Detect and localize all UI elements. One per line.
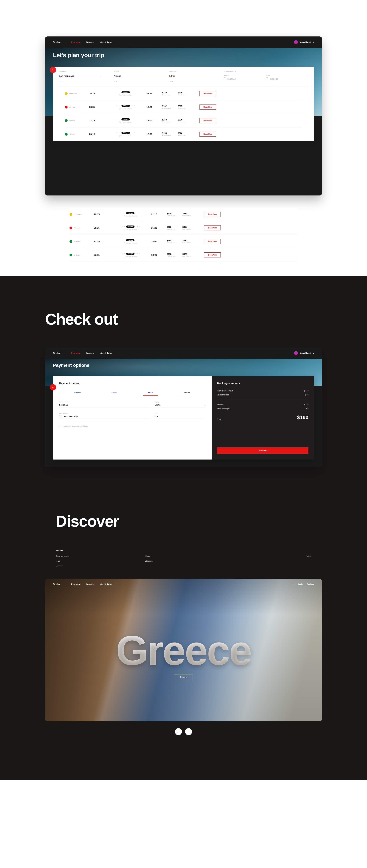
topbar: Stellar Plan a trip Discover Check fligh… — [45, 347, 322, 359]
summary-ticket-value: $ 140 — [304, 390, 308, 392]
summary-service-value: $ 0 — [306, 408, 308, 409]
chevron-down-icon: ⌄ — [312, 352, 314, 354]
card-number-field[interactable]: Card Number • • • • • • • • 6732 — [59, 413, 150, 419]
route: • • •0 Stops• • •2 hours · 48 mins — [105, 132, 146, 136]
flight-row: Vietnam23:15• • •0 Stops• • •2 hours · 4… — [65, 127, 302, 141]
arrow-left-icon: ← — [177, 730, 180, 734]
book-now-button[interactable]: Book Now — [199, 91, 216, 96]
checkout-window: Stellar Plan a trip Discover Check fligh… — [45, 347, 322, 467]
checkbox-icon[interactable] — [59, 425, 61, 427]
route: • • •0 Stops• • •2 hours · 48 mins — [110, 212, 151, 217]
tab-gpay[interactable]: G Pay — [169, 390, 205, 396]
label-departs: Departs at — [169, 70, 224, 72]
feature-item: Maps — [145, 555, 222, 557]
book-now-button[interactable]: Book Now — [204, 225, 221, 230]
departure-field[interactable]: San Francisco SFO • • •✈• • • — [59, 75, 114, 82]
label-departure: Departure — [59, 70, 114, 72]
tab-paypal[interactable]: PayPal — [74, 391, 81, 393]
flight-row: Air Asia08:35• • •0 Stops• • •2 hours · … — [69, 221, 298, 235]
user-menu[interactable]: Alony Haust ⌄ — [294, 40, 314, 44]
book-now-button[interactable]: Book Now — [204, 239, 221, 244]
airline-logo-icon — [65, 119, 67, 122]
airline-name: Lufthansa — [69, 93, 77, 94]
total-value: $180 — [297, 414, 308, 420]
register-link[interactable]: Register — [307, 583, 314, 585]
duration: 2 hours · 48 mins — [126, 215, 137, 217]
tab-stripe[interactable]: stripe — [96, 390, 132, 396]
nav-plan[interactable]: Plan a trip — [71, 41, 81, 43]
brand: Stellar — [53, 352, 61, 354]
airline: Vietnam — [65, 133, 89, 135]
nav-flights[interactable]: Check flights — [101, 583, 112, 585]
book-now-button[interactable]: Book Now — [199, 118, 216, 123]
airline-logo-icon — [69, 226, 72, 229]
airline: Lufthansa — [69, 213, 94, 216]
depart-datetime-field[interactable]: Depart 02.02.0.19 — [224, 75, 266, 80]
back-button[interactable]: ← — [50, 67, 56, 73]
depart-time: 08:35 — [89, 106, 105, 108]
login-link[interactable]: Login — [298, 583, 303, 585]
economy-price: $129Economy from — [162, 92, 178, 95]
tab-visa[interactable]: VISA — [132, 390, 169, 396]
nav-flights[interactable]: Check flights — [101, 41, 112, 43]
nav-discover[interactable]: Discover — [86, 352, 94, 354]
arrive-time: 16:22 — [146, 106, 162, 108]
clock-icon — [119, 108, 121, 110]
route: • • •0 Stops• • •2 hours · 48 mins — [105, 118, 146, 123]
flight-results-extended: Lufthansa16:15• • •0 Stops• • •2 hours ·… — [69, 208, 298, 262]
destination-headline: Greece — [45, 627, 322, 675]
airline-logo-icon — [65, 106, 67, 108]
clock-icon — [124, 242, 125, 244]
expiry-field[interactable]: Expiry 16 / 02⌄ — [154, 401, 205, 407]
summary-tax-value: $ 40 — [305, 394, 308, 396]
book-now-button[interactable]: Book Now — [204, 252, 221, 257]
back-button[interactable]: ← — [50, 384, 56, 391]
flight-row: Vietnam23:15• • •0 Stops• • •2 hours · 4… — [69, 248, 298, 262]
nav-discover[interactable]: Discover — [86, 41, 94, 43]
nav-plan[interactable]: Plan a trip — [71, 352, 81, 354]
nav-flights[interactable]: Check flights — [101, 352, 112, 354]
cardholder-name-field[interactable]: Cardholder Name Lex Shah — [59, 401, 150, 407]
user-name: Alony Haust — [300, 41, 311, 43]
stops-pill: 0 Stops — [126, 212, 135, 214]
airline-name: Air Asia — [69, 106, 75, 108]
depart-date: 2, Feb — [169, 75, 224, 77]
stops-pill: 0 Stops — [126, 225, 135, 228]
terms-row[interactable]: I accept the terms and conditions — [59, 425, 205, 427]
business-price: $320Business from — [178, 119, 193, 123]
feature-item: Hotels — [234, 555, 311, 557]
hero-image: Let's plan your trip ← Departure Arrival… — [45, 48, 322, 116]
prev-button[interactable]: ← — [175, 728, 182, 735]
nav-plan[interactable]: Plan a trip — [71, 583, 81, 585]
topbar: Stellar Plan a trip Discover Check fligh… — [45, 36, 322, 48]
route: • • •0 Stops• • •2 hours · 48 mins — [110, 239, 151, 244]
clock-icon — [124, 229, 125, 230]
checkout-button[interactable]: Check Out — [217, 447, 308, 454]
airline-logo-icon — [65, 133, 67, 135]
search-icon[interactable]: ⌕ — [293, 583, 294, 586]
clock-icon — [124, 256, 125, 257]
flight-row: Air Asia08:35• • •0 Stops• • •2 hours · … — [65, 100, 302, 114]
book-now-button[interactable]: Book Now — [199, 132, 216, 136]
user-menu[interactable]: Alony Haust ⌄ — [294, 351, 314, 355]
flight-row: Lufthansa16:15• • •0 Stops• • •2 hours ·… — [69, 208, 298, 221]
next-button[interactable]: → — [185, 728, 192, 735]
payment-tabs: PayPal stripe VISA G Pay — [59, 390, 205, 396]
airline-name: Air Asia — [74, 227, 80, 229]
airline: Lufthansa — [65, 92, 89, 95]
arrival-field[interactable]: Alaska ALK — [114, 75, 169, 82]
date-field[interactable]: 2, Feb 18:00 — [169, 75, 224, 82]
chevron-down-icon: ⌄ — [312, 41, 314, 43]
book-now-button[interactable]: Book Now — [199, 104, 216, 110]
arrive-datetime-field[interactable]: Arrive 02.02.0.19 — [266, 75, 308, 80]
payment-panel: Payment method PayPal stripe VISA G Pay … — [53, 376, 211, 460]
terms-text: I accept the terms and conditions — [63, 425, 88, 427]
calendar-icon — [224, 78, 226, 80]
cvv-field[interactable]: CVV • • • — [154, 413, 205, 419]
book-now-button[interactable]: Book Now — [204, 212, 221, 217]
discover-button[interactable]: Discover — [174, 674, 193, 680]
nav-discover[interactable]: Discover — [86, 583, 94, 585]
brand: Stellar — [53, 41, 61, 43]
route: • • •0 Stops• • •2 hours · 48 mins — [105, 91, 146, 96]
summary-subtotal-value: $ 140 — [304, 404, 308, 406]
